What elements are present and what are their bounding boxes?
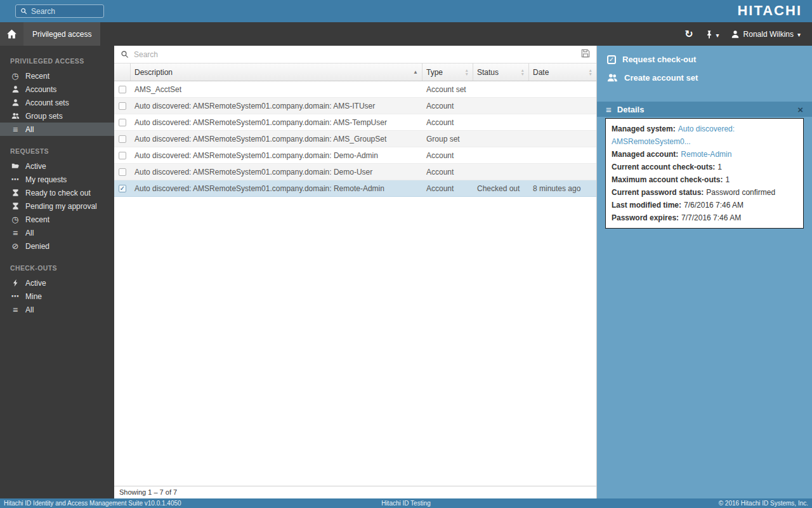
sidebar-item-requests-active[interactable]: Active	[0, 159, 114, 173]
user-menu[interactable]: Ronald Wilkins	[731, 30, 801, 39]
list-icon	[10, 228, 20, 238]
search-icon	[20, 8, 27, 15]
field-label: Current account check-outs:	[612, 163, 715, 171]
column-header-description[interactable]: Description	[131, 64, 422, 81]
table-row[interactable]: AMS_AcctSet Account set	[114, 81, 596, 98]
list-footer: Showing 1 – 7 of 7	[114, 486, 596, 498]
close-icon[interactable]	[797, 105, 803, 114]
cell-type: Account	[422, 98, 473, 114]
people-icon	[607, 72, 618, 83]
row-checkbox-cell	[114, 98, 131, 114]
refresh-button[interactable]	[684, 28, 693, 40]
cell-description: Auto discovered: AMSRemoteSystem01.compa…	[131, 131, 422, 147]
column-header-type[interactable]: Type	[422, 64, 473, 81]
table-row[interactable]: Auto discovered: AMSRemoteSystem01.compa…	[114, 98, 596, 114]
row-checkbox[interactable]	[119, 135, 126, 143]
request-checkout-button[interactable]: Request check-out	[607, 55, 802, 64]
field-label: Last modified time:	[612, 201, 681, 210]
field-label: Maximum account check-outs:	[612, 175, 723, 184]
sidebar-item-my-requests[interactable]: My requests	[0, 173, 114, 186]
hourglass-icon	[10, 189, 20, 197]
folder-icon	[10, 162, 20, 170]
cell-status	[473, 98, 529, 114]
list-icon	[10, 305, 20, 315]
table-row-selected[interactable]: Auto discovered: AMSRemoteSystem01.compa…	[114, 180, 596, 197]
sidebar-item-label: Active	[25, 162, 46, 171]
sidebar-item-ready-to-check-out[interactable]: Ready to check out	[0, 186, 114, 199]
cell-type: Account	[422, 147, 473, 163]
details-box: Managed system:Auto discovered: AMSRemot…	[605, 118, 804, 229]
cell-date	[529, 131, 596, 147]
sidebar-item-checkouts-all[interactable]: All	[0, 303, 114, 316]
status-bar: Hitachi ID Identity and Access Managemen…	[0, 498, 812, 508]
row-checkbox-checked[interactable]	[119, 185, 126, 192]
list-search-input[interactable]	[134, 50, 576, 59]
row-checkbox[interactable]	[119, 168, 126, 176]
sidebar-item-requests-all[interactable]: All	[0, 226, 114, 239]
sort-icons	[465, 69, 469, 76]
statusbar-right: © 2016 Hitachi ID Systems, Inc.	[719, 500, 808, 507]
sidebar-item-accounts[interactable]: Accounts	[0, 83, 114, 96]
cell-status: Checked out	[473, 180, 529, 196]
row-checkbox-cell	[114, 164, 131, 180]
row-checkbox[interactable]	[119, 86, 126, 93]
home-icon	[6, 29, 17, 39]
column-header-date[interactable]: Date	[529, 64, 596, 81]
cell-type: Account set	[422, 81, 473, 97]
header-checkbox-column	[114, 64, 131, 81]
field-value: 1	[725, 175, 730, 184]
table-row[interactable]: Auto discovered: AMSRemoteSystem01.compa…	[114, 131, 596, 147]
statusbar-left: Hitachi ID Identity and Access Managemen…	[4, 500, 181, 507]
save-button[interactable]	[581, 49, 590, 60]
row-checkbox[interactable]	[119, 102, 126, 110]
sidebar-item-checkouts-active[interactable]: Active	[0, 276, 114, 290]
nav-right-controls: Ronald Wilkins	[684, 22, 812, 46]
cell-status	[473, 131, 529, 147]
checkbox-check-icon	[607, 55, 616, 64]
sidebar-item-requests-recent[interactable]: Recent	[0, 213, 114, 226]
field-value: 1	[717, 163, 722, 171]
row-checkbox[interactable]	[119, 119, 126, 126]
details-field: Last modified time:7/6/2016 7:46 AM	[612, 199, 797, 211]
table-row[interactable]: Auto discovered: AMSRemoteSystem01.compa…	[114, 164, 596, 180]
managed-account-link[interactable]: Remote-Admin	[681, 150, 731, 159]
sidebar-item-mine[interactable]: Mine	[0, 290, 114, 303]
create-account-set-button[interactable]: Create account set	[607, 72, 802, 83]
sidebar-item-all[interactable]: All	[0, 123, 114, 136]
chevron-down-icon	[797, 30, 801, 39]
sidebar-item-label: Recent	[25, 72, 49, 81]
sort-icons	[589, 69, 593, 76]
top-bar: HITACHI	[0, 0, 812, 22]
field-value: 7/7/2016 7:46 AM	[681, 213, 741, 222]
action-label: Request check-out	[622, 55, 696, 64]
sidebar-item-label: Pending my approval	[25, 202, 97, 211]
cell-description: Auto discovered: AMSRemoteSystem01.compa…	[131, 114, 422, 130]
column-header-status[interactable]: Status	[473, 64, 529, 81]
user-icon	[731, 30, 740, 39]
global-search-box[interactable]	[15, 4, 104, 18]
sidebar-item-account-sets[interactable]: Account sets	[0, 96, 114, 109]
table-row[interactable]: Auto discovered: AMSRemoteSystem01.compa…	[114, 114, 596, 131]
sidebar: PRIVILEGED ACCESS Recent Accounts Accoun…	[0, 46, 114, 498]
sidebar-item-denied[interactable]: Denied	[0, 239, 114, 253]
table-header: Description Type Status Date	[114, 64, 596, 81]
cell-type: Account	[422, 164, 473, 180]
row-checkbox[interactable]	[119, 152, 126, 159]
sidebar-item-label: Ready to check out	[25, 189, 91, 197]
cell-description: Auto discovered: AMSRemoteSystem01.compa…	[131, 164, 422, 180]
home-button[interactable]	[0, 22, 23, 46]
list-icon	[606, 104, 612, 115]
global-search-input[interactable]	[31, 7, 99, 16]
hourglass-icon	[10, 202, 20, 210]
details-field: Managed account:Remote-Admin	[612, 148, 797, 161]
sidebar-item-label: My requests	[25, 175, 67, 184]
sidebar-item-group-sets[interactable]: Group sets	[0, 109, 114, 123]
sidebar-section-requests: REQUESTS	[0, 136, 114, 159]
sidebar-item-recent[interactable]: Recent	[0, 69, 114, 83]
sidebar-item-pending-my-approval[interactable]: Pending my approval	[0, 199, 114, 213]
pin-menu-button[interactable]	[705, 29, 719, 40]
table-row[interactable]: Auto discovered: AMSRemoteSystem01.compa…	[114, 147, 596, 164]
tab-privileged-access[interactable]: Privileged access	[23, 22, 100, 46]
ellipsis-icon	[10, 291, 20, 301]
details-field: Maximum account check-outs:1	[612, 173, 797, 186]
